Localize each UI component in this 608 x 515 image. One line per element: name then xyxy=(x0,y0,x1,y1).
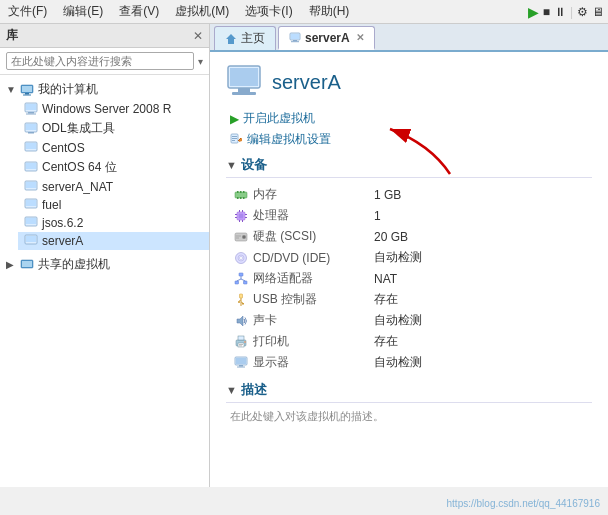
vm-label-servera: serverA xyxy=(42,234,83,248)
vm-list: Windows Server 2008 R ODL集成工具 xyxy=(0,100,209,250)
tab-servera[interactable]: serverA ✕ xyxy=(278,26,375,50)
sidebar-item-servera-nat[interactable]: serverA_NAT xyxy=(18,178,209,196)
action-row: ▶ 开启此虚拟机 编辑虚拟机设置 xyxy=(226,110,592,148)
vm-label-fuel: fuel xyxy=(42,198,61,212)
sidebar-item-centos64[interactable]: CentOS 64 位 xyxy=(18,157,209,178)
search-input[interactable] xyxy=(6,52,194,70)
svg-rect-66 xyxy=(235,281,239,284)
toolbar-stop-icon[interactable]: ■ xyxy=(543,5,550,19)
svg-rect-5 xyxy=(26,104,36,110)
device-row-cd: CD/DVD (IDE) 自动检测 xyxy=(234,247,592,268)
sidebar-item-odl[interactable]: ODL集成工具 xyxy=(18,118,209,139)
svg-rect-43 xyxy=(243,191,245,193)
device-name-audio: 声卡 xyxy=(253,312,277,329)
svg-rect-60 xyxy=(236,235,241,236)
device-name-printer: 打印机 xyxy=(253,333,289,350)
vm-icon-centos64 xyxy=(24,161,38,175)
sidebar-title: 库 xyxy=(6,27,18,44)
toolbar-divider: | xyxy=(570,5,573,19)
device-name-memory: 内存 xyxy=(253,186,277,203)
menu-item-help[interactable]: 帮助(H) xyxy=(305,1,354,22)
vm-icon-servera xyxy=(24,234,38,248)
description-placeholder-text: 在此处键入对该虚拟机的描述。 xyxy=(230,409,592,424)
edit-settings-icon xyxy=(230,133,243,146)
vm-label-centos64: CentOS 64 位 xyxy=(42,159,117,176)
svg-rect-32 xyxy=(238,88,250,92)
toolbar-play-icon[interactable]: ▶ xyxy=(528,4,539,20)
svg-rect-24 xyxy=(22,261,32,267)
sidebar-close-button[interactable]: ✕ xyxy=(193,29,203,43)
device-row-network: 网络适配器 NAT xyxy=(234,268,592,289)
sidebar-item-windows-server[interactable]: Windows Server 2008 R xyxy=(18,100,209,118)
tab-servera-close[interactable]: ✕ xyxy=(356,32,364,43)
search-dropdown-icon[interactable]: ▾ xyxy=(198,56,203,67)
memory-icon xyxy=(234,188,248,202)
sidebar-panel: 库 ✕ ▾ ▼ 我的计算机 xyxy=(0,24,210,487)
device-name-hdd: 硬盘 (SCSI) xyxy=(253,228,316,245)
tab-bar: 主页 ✕ serverA ✕ xyxy=(210,24,608,52)
menu-bar: 文件(F) 编辑(E) 查看(V) 虚拟机(M) 选项卡(I) 帮助(H) ▶ … xyxy=(0,0,608,24)
my-computer-group: ▼ 我的计算机 xyxy=(0,79,209,250)
svg-rect-51 xyxy=(239,220,240,222)
printer-icon xyxy=(234,335,248,349)
svg-rect-52 xyxy=(242,220,243,222)
edit-vm-label: 编辑虚拟机设置 xyxy=(247,131,331,148)
device-list: 内存 1 GB xyxy=(234,184,592,373)
device-row-printer: 打印机 存在 xyxy=(234,331,592,352)
usb-icon xyxy=(234,293,248,307)
shared-vms-root[interactable]: ▶ 共享的虚拟机 xyxy=(0,254,209,275)
menu-item-view[interactable]: 查看(V) xyxy=(115,1,163,22)
sidebar-item-jsos[interactable]: jsos.6.2 xyxy=(18,214,209,232)
device-row-memory: 内存 1 GB xyxy=(234,184,592,205)
svg-rect-37 xyxy=(232,140,235,141)
menu-item-tab[interactable]: 选项卡(I) xyxy=(241,1,296,22)
tab-home-label: 主页 xyxy=(241,30,265,47)
svg-rect-54 xyxy=(235,217,237,218)
menu-item-vm[interactable]: 虚拟机(M) xyxy=(171,1,233,22)
search-bar: ▾ xyxy=(0,48,209,75)
computer-icon xyxy=(20,83,34,97)
device-row-display: 显示器 自动检测 xyxy=(234,352,592,373)
hdd-icon xyxy=(234,230,248,244)
vm-large-icon xyxy=(226,64,262,100)
sidebar-item-fuel[interactable]: fuel xyxy=(18,196,209,214)
devices-section-label: 设备 xyxy=(241,156,267,174)
svg-rect-28 xyxy=(293,40,297,41)
menu-item-edit[interactable]: 编辑(E) xyxy=(59,1,107,22)
svg-line-70 xyxy=(241,279,245,281)
right-panel: 主页 ✕ serverA ✕ xyxy=(210,24,608,487)
vm-icon-odl xyxy=(24,122,38,136)
device-value-printer: 存在 xyxy=(374,333,398,350)
my-computer-root[interactable]: ▼ 我的计算机 xyxy=(0,79,209,100)
processor-icon xyxy=(234,209,248,223)
device-label-audio: 声卡 xyxy=(234,312,374,329)
devices-toggle-icon: ▼ xyxy=(226,159,237,171)
svg-rect-79 xyxy=(238,336,244,340)
toolbar-icon1[interactable]: ⚙ xyxy=(577,5,588,19)
start-vm-link[interactable]: ▶ 开启此虚拟机 xyxy=(230,110,592,127)
svg-rect-49 xyxy=(239,210,240,212)
toolbar-pause-icon[interactable]: ⏸ xyxy=(554,5,566,19)
description-section-header[interactable]: ▼ 描述 xyxy=(226,381,592,403)
devices-section-header[interactable]: ▼ 设备 xyxy=(226,156,592,178)
svg-rect-35 xyxy=(232,136,237,137)
sidebar-item-servera[interactable]: serverA xyxy=(18,232,209,250)
edit-vm-link[interactable]: 编辑虚拟机设置 xyxy=(230,131,592,148)
svg-point-83 xyxy=(244,341,246,343)
play-icon: ▶ xyxy=(230,112,239,126)
tab-home[interactable]: 主页 ✕ xyxy=(214,26,276,50)
device-label-cd: CD/DVD (IDE) xyxy=(234,251,374,265)
network-icon xyxy=(234,272,248,286)
svg-rect-18 xyxy=(26,200,36,206)
my-computer-label: 我的计算机 xyxy=(38,81,98,98)
svg-rect-53 xyxy=(235,214,237,215)
shared-vms-icon xyxy=(20,258,34,272)
svg-rect-7 xyxy=(26,114,36,115)
toolbar-icon2[interactable]: 🖥 xyxy=(592,5,604,19)
device-name-cd: CD/DVD (IDE) xyxy=(253,251,330,265)
device-label-hdd: 硬盘 (SCSI) xyxy=(234,228,374,245)
menu-item-file[interactable]: 文件(F) xyxy=(4,1,51,22)
sidebar-item-centos[interactable]: CentOS xyxy=(18,139,209,157)
vm-icon-jsos xyxy=(24,216,38,230)
vm-label-servera-nat: serverA_NAT xyxy=(42,180,113,194)
